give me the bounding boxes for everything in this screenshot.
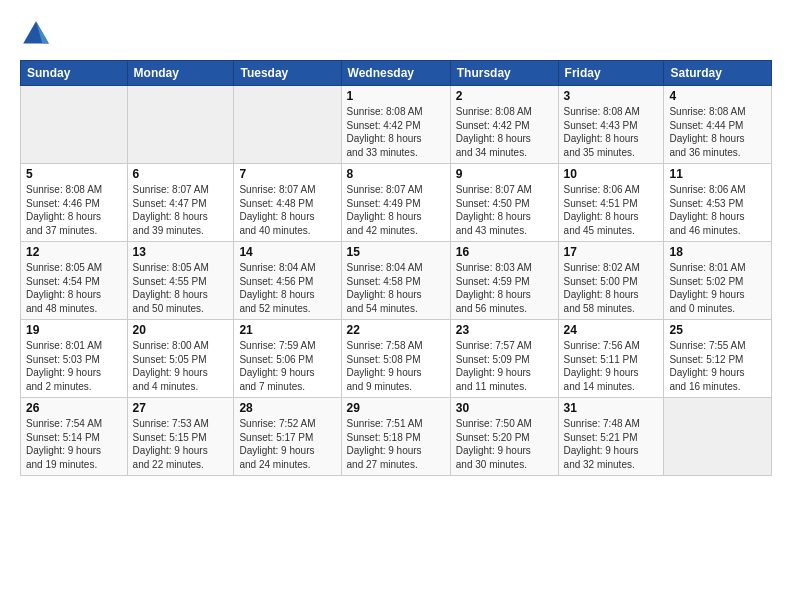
day-cell: 2Sunrise: 8:08 AM Sunset: 4:42 PM Daylig… bbox=[450, 86, 558, 164]
day-info: Sunrise: 7:53 AM Sunset: 5:15 PM Dayligh… bbox=[133, 417, 229, 471]
day-info: Sunrise: 7:58 AM Sunset: 5:08 PM Dayligh… bbox=[347, 339, 445, 393]
day-info: Sunrise: 8:07 AM Sunset: 4:50 PM Dayligh… bbox=[456, 183, 553, 237]
day-cell: 20Sunrise: 8:00 AM Sunset: 5:05 PM Dayli… bbox=[127, 320, 234, 398]
day-cell: 4Sunrise: 8:08 AM Sunset: 4:44 PM Daylig… bbox=[664, 86, 772, 164]
day-info: Sunrise: 7:48 AM Sunset: 5:21 PM Dayligh… bbox=[564, 417, 659, 471]
day-number: 8 bbox=[347, 167, 445, 181]
header-day-tuesday: Tuesday bbox=[234, 61, 341, 86]
day-cell: 1Sunrise: 8:08 AM Sunset: 4:42 PM Daylig… bbox=[341, 86, 450, 164]
day-cell: 15Sunrise: 8:04 AM Sunset: 4:58 PM Dayli… bbox=[341, 242, 450, 320]
day-info: Sunrise: 7:59 AM Sunset: 5:06 PM Dayligh… bbox=[239, 339, 335, 393]
day-number: 26 bbox=[26, 401, 122, 415]
day-number: 24 bbox=[564, 323, 659, 337]
day-info: Sunrise: 7:52 AM Sunset: 5:17 PM Dayligh… bbox=[239, 417, 335, 471]
day-cell: 19Sunrise: 8:01 AM Sunset: 5:03 PM Dayli… bbox=[21, 320, 128, 398]
day-cell bbox=[21, 86, 128, 164]
day-info: Sunrise: 8:04 AM Sunset: 4:58 PM Dayligh… bbox=[347, 261, 445, 315]
day-cell bbox=[664, 398, 772, 476]
day-number: 3 bbox=[564, 89, 659, 103]
week-row-5: 26Sunrise: 7:54 AM Sunset: 5:14 PM Dayli… bbox=[21, 398, 772, 476]
day-cell: 25Sunrise: 7:55 AM Sunset: 5:12 PM Dayli… bbox=[664, 320, 772, 398]
day-number: 20 bbox=[133, 323, 229, 337]
day-number: 22 bbox=[347, 323, 445, 337]
day-number: 27 bbox=[133, 401, 229, 415]
day-cell: 14Sunrise: 8:04 AM Sunset: 4:56 PM Dayli… bbox=[234, 242, 341, 320]
day-cell: 17Sunrise: 8:02 AM Sunset: 5:00 PM Dayli… bbox=[558, 242, 664, 320]
header-day-thursday: Thursday bbox=[450, 61, 558, 86]
week-row-1: 1Sunrise: 8:08 AM Sunset: 4:42 PM Daylig… bbox=[21, 86, 772, 164]
day-number: 12 bbox=[26, 245, 122, 259]
day-info: Sunrise: 8:06 AM Sunset: 4:53 PM Dayligh… bbox=[669, 183, 766, 237]
day-info: Sunrise: 7:50 AM Sunset: 5:20 PM Dayligh… bbox=[456, 417, 553, 471]
day-cell: 21Sunrise: 7:59 AM Sunset: 5:06 PM Dayli… bbox=[234, 320, 341, 398]
header-day-friday: Friday bbox=[558, 61, 664, 86]
day-info: Sunrise: 8:07 AM Sunset: 4:47 PM Dayligh… bbox=[133, 183, 229, 237]
day-info: Sunrise: 8:00 AM Sunset: 5:05 PM Dayligh… bbox=[133, 339, 229, 393]
day-info: Sunrise: 8:08 AM Sunset: 4:43 PM Dayligh… bbox=[564, 105, 659, 159]
day-info: Sunrise: 7:54 AM Sunset: 5:14 PM Dayligh… bbox=[26, 417, 122, 471]
day-cell: 18Sunrise: 8:01 AM Sunset: 5:02 PM Dayli… bbox=[664, 242, 772, 320]
day-info: Sunrise: 7:51 AM Sunset: 5:18 PM Dayligh… bbox=[347, 417, 445, 471]
day-cell: 13Sunrise: 8:05 AM Sunset: 4:55 PM Dayli… bbox=[127, 242, 234, 320]
day-number: 21 bbox=[239, 323, 335, 337]
day-info: Sunrise: 7:55 AM Sunset: 5:12 PM Dayligh… bbox=[669, 339, 766, 393]
day-number: 9 bbox=[456, 167, 553, 181]
day-cell: 27Sunrise: 7:53 AM Sunset: 5:15 PM Dayli… bbox=[127, 398, 234, 476]
calendar-table: SundayMondayTuesdayWednesdayThursdayFrid… bbox=[20, 60, 772, 476]
day-number: 6 bbox=[133, 167, 229, 181]
day-cell: 9Sunrise: 8:07 AM Sunset: 4:50 PM Daylig… bbox=[450, 164, 558, 242]
week-row-2: 5Sunrise: 8:08 AM Sunset: 4:46 PM Daylig… bbox=[21, 164, 772, 242]
day-info: Sunrise: 8:02 AM Sunset: 5:00 PM Dayligh… bbox=[564, 261, 659, 315]
day-number: 31 bbox=[564, 401, 659, 415]
day-cell bbox=[127, 86, 234, 164]
day-number: 7 bbox=[239, 167, 335, 181]
header-day-monday: Monday bbox=[127, 61, 234, 86]
day-info: Sunrise: 8:06 AM Sunset: 4:51 PM Dayligh… bbox=[564, 183, 659, 237]
day-cell: 10Sunrise: 8:06 AM Sunset: 4:51 PM Dayli… bbox=[558, 164, 664, 242]
day-info: Sunrise: 8:05 AM Sunset: 4:54 PM Dayligh… bbox=[26, 261, 122, 315]
day-info: Sunrise: 8:03 AM Sunset: 4:59 PM Dayligh… bbox=[456, 261, 553, 315]
day-cell: 8Sunrise: 8:07 AM Sunset: 4:49 PM Daylig… bbox=[341, 164, 450, 242]
day-info: Sunrise: 8:05 AM Sunset: 4:55 PM Dayligh… bbox=[133, 261, 229, 315]
day-number: 16 bbox=[456, 245, 553, 259]
day-cell: 28Sunrise: 7:52 AM Sunset: 5:17 PM Dayli… bbox=[234, 398, 341, 476]
header-day-saturday: Saturday bbox=[664, 61, 772, 86]
day-info: Sunrise: 8:04 AM Sunset: 4:56 PM Dayligh… bbox=[239, 261, 335, 315]
day-info: Sunrise: 8:08 AM Sunset: 4:46 PM Dayligh… bbox=[26, 183, 122, 237]
day-cell: 23Sunrise: 7:57 AM Sunset: 5:09 PM Dayli… bbox=[450, 320, 558, 398]
header-day-sunday: Sunday bbox=[21, 61, 128, 86]
day-number: 23 bbox=[456, 323, 553, 337]
day-cell: 24Sunrise: 7:56 AM Sunset: 5:11 PM Dayli… bbox=[558, 320, 664, 398]
day-number: 28 bbox=[239, 401, 335, 415]
day-cell: 5Sunrise: 8:08 AM Sunset: 4:46 PM Daylig… bbox=[21, 164, 128, 242]
day-cell: 7Sunrise: 8:07 AM Sunset: 4:48 PM Daylig… bbox=[234, 164, 341, 242]
day-info: Sunrise: 8:01 AM Sunset: 5:02 PM Dayligh… bbox=[669, 261, 766, 315]
day-cell: 16Sunrise: 8:03 AM Sunset: 4:59 PM Dayli… bbox=[450, 242, 558, 320]
day-cell: 22Sunrise: 7:58 AM Sunset: 5:08 PM Dayli… bbox=[341, 320, 450, 398]
day-number: 2 bbox=[456, 89, 553, 103]
day-cell: 12Sunrise: 8:05 AM Sunset: 4:54 PM Dayli… bbox=[21, 242, 128, 320]
day-cell: 3Sunrise: 8:08 AM Sunset: 4:43 PM Daylig… bbox=[558, 86, 664, 164]
day-number: 10 bbox=[564, 167, 659, 181]
header-row: SundayMondayTuesdayWednesdayThursdayFrid… bbox=[21, 61, 772, 86]
calendar-body: 1Sunrise: 8:08 AM Sunset: 4:42 PM Daylig… bbox=[21, 86, 772, 476]
day-info: Sunrise: 7:56 AM Sunset: 5:11 PM Dayligh… bbox=[564, 339, 659, 393]
day-info: Sunrise: 8:08 AM Sunset: 4:44 PM Dayligh… bbox=[669, 105, 766, 159]
day-info: Sunrise: 8:01 AM Sunset: 5:03 PM Dayligh… bbox=[26, 339, 122, 393]
day-cell: 29Sunrise: 7:51 AM Sunset: 5:18 PM Dayli… bbox=[341, 398, 450, 476]
logo-icon bbox=[20, 18, 52, 50]
header-day-wednesday: Wednesday bbox=[341, 61, 450, 86]
day-number: 29 bbox=[347, 401, 445, 415]
day-info: Sunrise: 8:07 AM Sunset: 4:48 PM Dayligh… bbox=[239, 183, 335, 237]
day-number: 15 bbox=[347, 245, 445, 259]
day-cell: 30Sunrise: 7:50 AM Sunset: 5:20 PM Dayli… bbox=[450, 398, 558, 476]
header bbox=[20, 18, 772, 50]
day-cell: 6Sunrise: 8:07 AM Sunset: 4:47 PM Daylig… bbox=[127, 164, 234, 242]
day-number: 4 bbox=[669, 89, 766, 103]
day-info: Sunrise: 8:07 AM Sunset: 4:49 PM Dayligh… bbox=[347, 183, 445, 237]
page: SundayMondayTuesdayWednesdayThursdayFrid… bbox=[0, 0, 792, 612]
day-number: 17 bbox=[564, 245, 659, 259]
day-cell: 31Sunrise: 7:48 AM Sunset: 5:21 PM Dayli… bbox=[558, 398, 664, 476]
day-number: 25 bbox=[669, 323, 766, 337]
week-row-3: 12Sunrise: 8:05 AM Sunset: 4:54 PM Dayli… bbox=[21, 242, 772, 320]
